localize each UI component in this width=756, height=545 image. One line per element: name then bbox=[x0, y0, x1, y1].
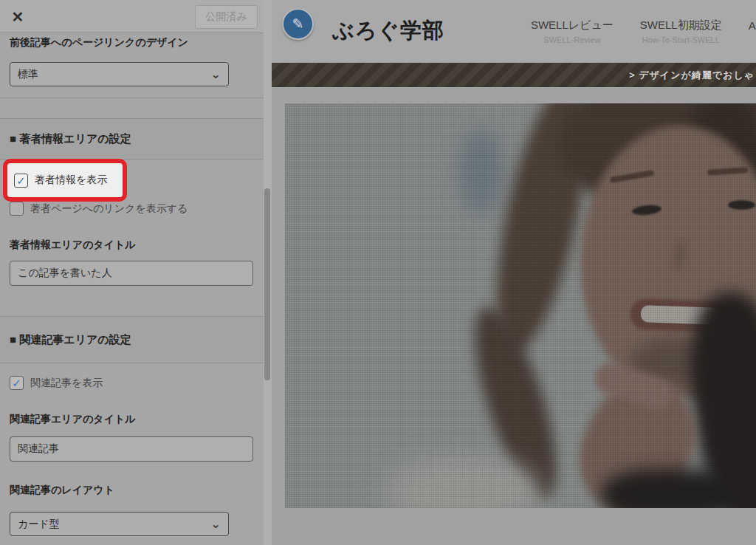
scrollbar-thumb[interactable] bbox=[264, 188, 270, 380]
chevron-down-icon: ⌄ bbox=[211, 71, 221, 78]
related-title-input[interactable] bbox=[10, 436, 253, 462]
check-icon: ✓ bbox=[12, 377, 21, 388]
customizer-panel: ✕ 公開済み 前後記事へのページリンクのデザイン 標準 ⌄ ■ 著者情報エリアの… bbox=[0, 0, 272, 545]
related-title-label: 関連記事エリアのタイトル bbox=[10, 413, 136, 426]
related-section-title: ■ 関連記事エリアの設定 bbox=[10, 333, 131, 347]
related-layout-label: 関連記事のレイアウト bbox=[10, 484, 114, 497]
close-button[interactable]: ✕ bbox=[0, 0, 35, 33]
checkbox-checked-icon[interactable]: ✓ bbox=[14, 174, 28, 188]
author-title-input[interactable] bbox=[10, 261, 253, 286]
prevnext-design-select[interactable]: 標準 ⌄ bbox=[10, 62, 229, 86]
nav-item-swell-setup[interactable]: SWELL初期設定 How-To-Start-SWELL bbox=[640, 18, 722, 44]
author-section-header: ■ 著者情報エリアの設定 bbox=[0, 118, 264, 160]
site-header: ✎ ぶろぐ学部 SWELLレビュー SWELL-Review SWELL初期設定… bbox=[272, 0, 756, 63]
related-section-header: ■ 関連記事エリアの設定 bbox=[0, 316, 264, 363]
author-title-label: 著者情報エリアのタイトル bbox=[10, 239, 136, 252]
nav-label: SWELL初期設定 bbox=[640, 18, 722, 32]
related-layout-select[interactable]: カード型 ⌄ bbox=[10, 512, 229, 536]
campaign-banner[interactable]: > デザインが綺麗でおしゃ bbox=[272, 63, 756, 87]
author-link-checkbox-row[interactable]: 著者ページへのリンクを表示する bbox=[10, 202, 188, 216]
nav-label: AFF bbox=[749, 19, 756, 32]
site-title[interactable]: ぶろぐ学部 bbox=[332, 16, 444, 46]
nav-label: SWELLレビュー bbox=[531, 18, 614, 32]
check-icon: ✓ bbox=[16, 175, 26, 186]
show-related-checkbox-label: 関連記事を表示 bbox=[30, 377, 103, 390]
show-related-checkbox-row[interactable]: ✓ 関連記事を表示 bbox=[10, 376, 103, 390]
site-preview: ✎ ぶろぐ学部 SWELLレビュー SWELL-Review SWELL初期設定… bbox=[272, 0, 756, 545]
chevron-down-icon: ⌄ bbox=[211, 521, 221, 528]
hero-photo-woman bbox=[285, 103, 756, 508]
prevnext-design-label: 前後記事へのページリンクのデザイン bbox=[10, 36, 188, 49]
edit-shortcut-button[interactable]: ✎ bbox=[282, 8, 314, 40]
nav-item-swell-review[interactable]: SWELLレビュー SWELL-Review bbox=[531, 18, 614, 44]
nav-sublabel: A bbox=[749, 35, 756, 44]
nav-sublabel: SWELL-Review bbox=[531, 35, 614, 44]
prevnext-design-value: 標準 bbox=[18, 68, 38, 81]
checkbox-unchecked-icon[interactable] bbox=[10, 202, 24, 216]
related-layout-value: カード型 bbox=[18, 518, 60, 531]
panel-topbar: ✕ 公開済み bbox=[0, 0, 272, 33]
show-author-checkbox-row[interactable]: ✓ 著者情報を表示 bbox=[14, 174, 107, 188]
red-highlight-annotation: ✓ 著者情報を表示 bbox=[3, 159, 127, 202]
show-author-checkbox-label: 著者情報を表示 bbox=[35, 174, 107, 187]
nav-sublabel: How-To-Start-SWELL bbox=[640, 35, 722, 44]
author-section-title: ■ 著者情報エリアの設定 bbox=[10, 132, 131, 146]
photo-dim-overlay bbox=[285, 103, 756, 508]
divider bbox=[0, 97, 264, 98]
checkbox-checked-icon[interactable]: ✓ bbox=[10, 376, 24, 390]
banner-text: > デザインが綺麗でおしゃ bbox=[629, 69, 756, 82]
author-link-checkbox-label: 著者ページへのリンクを表示する bbox=[30, 202, 188, 216]
nav-item-affiliate[interactable]: AFF A bbox=[749, 19, 756, 44]
pencil-icon: ✎ bbox=[292, 16, 304, 32]
panel-scrollbar[interactable] bbox=[264, 0, 272, 545]
customizer-screen: ✕ 公開済み 前後記事へのページリンクのデザイン 標準 ⌄ ■ 著者情報エリアの… bbox=[0, 0, 756, 545]
close-icon: ✕ bbox=[12, 9, 24, 25]
site-nav: SWELLレビュー SWELL-Review SWELL初期設定 How-To-… bbox=[531, 0, 756, 63]
publish-button[interactable]: 公開済み bbox=[195, 5, 258, 29]
